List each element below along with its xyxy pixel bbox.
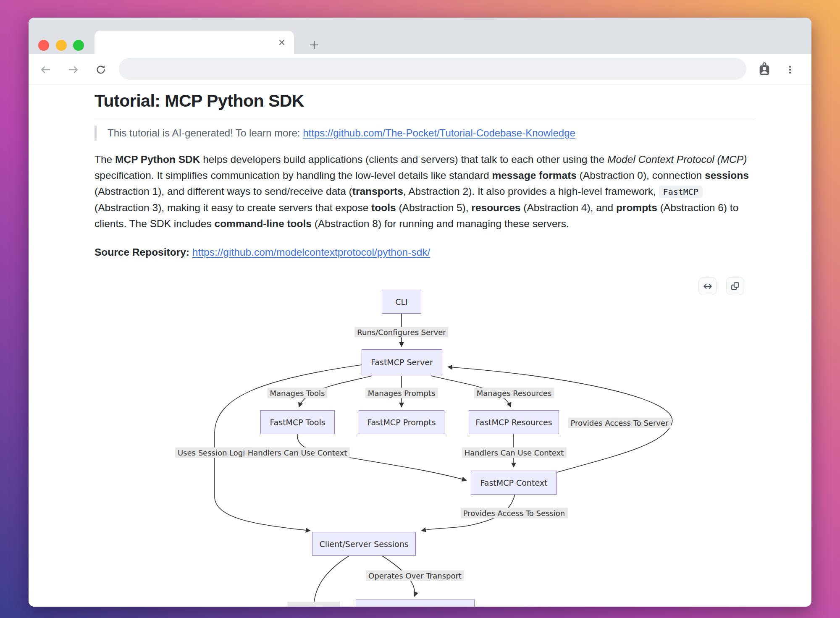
intro-segment-plain: The <box>94 154 115 165</box>
intro-segment-bold: prompts <box>616 202 657 213</box>
edge-label: Operates Over Transport <box>366 571 464 581</box>
browser-tab[interactable] <box>94 31 294 54</box>
edge-label: Uses Session Logic <box>175 448 252 458</box>
intro-segment-plain: helps developers build applications (cli… <box>200 154 607 165</box>
source-repository-label: Source Repository: <box>94 246 189 258</box>
edge-label: Manages Resources <box>474 388 554 398</box>
intro-segment-bold: transports <box>352 186 403 197</box>
intro-segment-plain: (Abstraction 8) for running and managing… <box>312 218 569 229</box>
edge-label: Handlers Can Use Context <box>245 448 350 458</box>
source-repository-link[interactable]: https://github.com/modelcontextprotocol/… <box>192 246 430 258</box>
intro-segment-italic: Model Context Protocol (MCP) <box>607 154 747 165</box>
minimize-window-button[interactable] <box>56 40 67 51</box>
maximize-window-button[interactable] <box>73 40 84 51</box>
page-content: Tutorial: MCP Python SDK This tutorial i… <box>29 84 811 607</box>
source-repository-line: Source Repository: https://github.com/mo… <box>94 246 430 258</box>
intro-segment-plain: , Abstraction 2). It also provides a hig… <box>403 186 659 197</box>
intro-segment-code: FastMCP <box>659 186 703 198</box>
navigation-bar <box>29 54 811 84</box>
diagram-node-server: FastMCP Server <box>362 349 442 375</box>
intro-segment-bold: resources <box>471 202 520 213</box>
edge-sessions-left <box>314 556 349 605</box>
callout-text: This tutorial is AI-generated! To learn … <box>108 127 303 139</box>
reload-button[interactable] <box>94 63 108 77</box>
tutorial-codebase-knowledge-link[interactable]: https://github.com/The-Pocket/Tutorial-C… <box>303 127 575 139</box>
diagram-node-sessions: Client/Server Sessions <box>312 532 416 556</box>
edge-label-cutoff <box>288 602 340 607</box>
forward-button[interactable] <box>66 63 81 77</box>
profile-badge-icon[interactable] <box>756 61 772 78</box>
intro-segment-bold: message formats <box>492 170 577 181</box>
diagram-node-tools: FastMCP Tools <box>260 410 335 434</box>
page-title: Tutorial: MCP Python SDK <box>94 91 304 111</box>
back-button[interactable] <box>38 63 52 77</box>
tab-strip <box>29 18 811 54</box>
intro-segment-plain: (Abstraction 3), making it easy to creat… <box>94 202 371 213</box>
edge-label: Runs/Configures Server <box>354 327 448 338</box>
expand-horizontal-icon[interactable] <box>698 277 717 295</box>
diagram-toolbar <box>698 277 744 295</box>
intro-segment-bold: tools <box>371 202 396 213</box>
intro-segment-bold: MCP Python SDK <box>115 154 200 165</box>
edge-label: Manages Prompts <box>365 388 438 398</box>
title-divider <box>94 119 755 119</box>
intro-segment-plain: (Abstraction 0), connection <box>577 170 705 181</box>
intro-paragraph: The MCP Python SDK helps developers buil… <box>94 152 758 232</box>
intro-segment-plain: (Abstraction 1), and different ways to s… <box>94 186 352 197</box>
intro-segment-plain: specification. It simplifies communicati… <box>94 170 492 181</box>
intro-segment-plain: (Abstraction 4), and <box>520 202 616 213</box>
diagram-node-cli: CLI <box>382 290 421 314</box>
close-window-button[interactable] <box>38 40 49 51</box>
new-tab-button[interactable] <box>307 37 322 52</box>
edge-label: Provides Access To Server <box>568 418 671 428</box>
edge-label: Provides Access To Session <box>461 508 568 518</box>
diagram-node-context: FastMCP Context <box>471 471 557 495</box>
tab-close-icon[interactable] <box>277 38 286 47</box>
copy-icon[interactable] <box>726 277 744 295</box>
intro-segment-bold: sessions <box>705 170 749 181</box>
diagram-node-resources: FastMCP Resources <box>469 410 559 434</box>
diagram-node-prompts: FastMCP Prompts <box>359 410 444 434</box>
ai-generated-callout: This tutorial is AI-generated! To learn … <box>94 126 724 141</box>
edge-label: Handlers Can Use Context <box>462 448 567 458</box>
intro-segment-plain: (Abstraction 5), <box>396 202 472 213</box>
intro-segment-bold: command-line tools <box>215 218 312 229</box>
browser-window: Tutorial: MCP Python SDK This tutorial i… <box>29 18 811 607</box>
address-bar[interactable] <box>119 58 746 80</box>
diagram-node-transport-cut <box>356 600 475 607</box>
edge-label: Manages Tools <box>268 388 328 398</box>
kebab-menu-icon[interactable] <box>783 63 797 77</box>
